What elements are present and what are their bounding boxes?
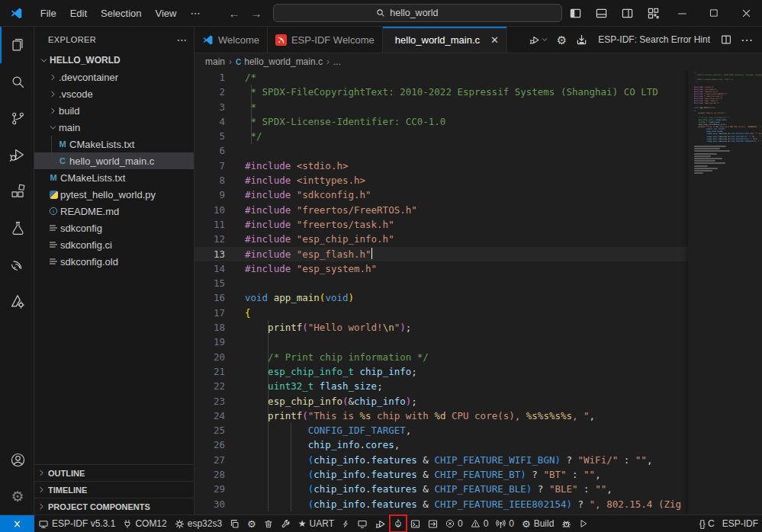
activity-source-control[interactable] [0, 100, 34, 136]
statusbar-flash-flame[interactable] [390, 515, 407, 532]
settings-gear-icon: ⚙ [11, 489, 24, 504]
statusbar-device-target[interactable]: esp32s3 [171, 515, 226, 532]
history-back-icon[interactable]: ← [229, 7, 240, 20]
statusbar-label: UART [310, 518, 334, 529]
tree-item-hello-world-main-c[interactable]: Chello_world_main.c [34, 152, 194, 169]
menu-file[interactable]: File [34, 8, 63, 19]
activity-search[interactable] [0, 63, 34, 100]
menu-selection[interactable]: Selection [94, 8, 148, 19]
minimap[interactable]: /* * SPDX-FileCopyrightText: 2010-2022 E… [688, 70, 762, 514]
statusbar-label: ESP-IDF v5.3.1 [52, 518, 115, 529]
line-number: 24 [195, 409, 225, 423]
wrench-icon [281, 519, 291, 529]
code-line-30: 30 (chip_info.features & CHIP_FEATURE_IE… [195, 497, 688, 511]
statusbar-language-mode[interactable]: {} C [696, 518, 719, 529]
install-button[interactable] [573, 34, 590, 46]
statusbar-esp-idf-version[interactable]: ESP-IDF v5.3.1 [34, 515, 119, 532]
esp-idf-search-error-hint-button[interactable]: ESP-IDF: Search Error Hint [593, 34, 715, 45]
activity-explorer[interactable] [0, 27, 34, 63]
remote-icon [12, 519, 22, 529]
search-input[interactable] [390, 8, 458, 18]
maximize-button[interactable] [698, 0, 730, 26]
statusbar-ports[interactable]: 0 [492, 515, 518, 532]
statusbar-run-task[interactable] [575, 515, 592, 532]
statusbar-esp-idf-status[interactable]: ESP-IDF [719, 518, 762, 529]
tree-item-sdkconfig-ci[interactable]: sdkconfig.ci [34, 236, 194, 253]
statusbar-label: 0 [458, 518, 463, 529]
activity-testing[interactable] [0, 210, 34, 246]
menu-more[interactable]: ⋯ [184, 8, 207, 19]
split-editor-button[interactable] [718, 34, 735, 45]
line-number: 3 [195, 100, 225, 114]
more-actions-button[interactable]: ⋯ [738, 33, 756, 47]
statusbar-debug-device[interactable] [371, 515, 390, 532]
tree-item-label: sdkconfig [60, 223, 102, 234]
statusbar-remote-indicator[interactable] [0, 515, 34, 532]
trash-icon [264, 519, 273, 529]
tree-item--devcontainer[interactable]: .devcontainer [34, 69, 194, 85]
activity-run-debug[interactable] [0, 136, 34, 173]
explorer-more-actions[interactable]: ⋯ [177, 34, 188, 46]
statusbar-full-clean[interactable] [260, 515, 277, 532]
tree-item-cmakelists-txt[interactable]: MCMakeLists.txt [34, 136, 194, 152]
activity-settings[interactable]: ⚙ [0, 478, 34, 514]
statusbar-tools[interactable] [277, 515, 294, 532]
tree-item-cmakelists-txt[interactable]: MCMakeLists.txt [34, 169, 194, 186]
activity-extensions[interactable] [0, 173, 34, 210]
line-number: 8 [195, 173, 225, 187]
search-icon [10, 74, 26, 90]
tree-item-pytest-hello-world-py[interactable]: pytest_hello_world.py [34, 186, 194, 203]
tab-esp-idf-welcome[interactable]: ESP-IDF Welcome [268, 27, 383, 53]
esp-idf-explorer-icon [9, 293, 26, 309]
activity-account[interactable] [0, 441, 34, 478]
statusbar-sdk-configuration[interactable]: ⚙ [243, 515, 260, 532]
statusbar-problems-warnings[interactable]: 0 [467, 515, 493, 532]
tab-close-icon[interactable]: ✕ [490, 34, 499, 46]
history-forward-icon[interactable]: → [251, 7, 262, 20]
statusbar-debug-task[interactable] [558, 515, 575, 532]
menu-view[interactable]: View [149, 8, 184, 19]
statusbar-problems-errors[interactable]: 0 [442, 515, 467, 532]
tab-welcome[interactable]: Welcome [195, 27, 268, 53]
statusbar-project-folder[interactable] [226, 515, 243, 532]
tree-item-readme-md[interactable]: README.md [34, 203, 194, 220]
breadcrumb-item[interactable]: ... [333, 56, 341, 67]
minimize-button[interactable] [666, 0, 698, 26]
activity-esp-idf-explorer[interactable] [0, 283, 34, 319]
section-timeline[interactable]: TIMELINE [34, 481, 194, 498]
close-button[interactable] [730, 0, 762, 26]
section-project-components[interactable]: PROJECT COMPONENTS [34, 498, 194, 514]
section-outline[interactable]: OUTLINE [34, 464, 194, 481]
tree-root-hello-world[interactable]: HELLO_WORLD [34, 52, 194, 69]
tree-item-main[interactable]: main [34, 119, 194, 136]
breadcrumb-item[interactable]: main [205, 56, 225, 67]
command-center[interactable] [273, 4, 563, 22]
statusbar-monitor-device[interactable] [353, 515, 371, 532]
tree-item--vscode[interactable]: .vscode [34, 85, 194, 102]
menu-edit[interactable]: Edit [63, 8, 94, 19]
chevron-right-icon [47, 107, 59, 114]
statusbar-serial-port[interactable]: COM12 [119, 515, 170, 532]
debug-run-icon [375, 519, 386, 529]
split-editor-layout-button[interactable] [616, 2, 638, 24]
statusbar-flash-method[interactable]: ★UART [294, 515, 338, 532]
line-number: 12 [195, 232, 225, 246]
statusbar-export[interactable] [424, 515, 442, 532]
gear-button[interactable]: ⚙ [554, 34, 570, 46]
statusbar-flash-bolt[interactable] [338, 515, 353, 532]
code-editor[interactable]: 1/*2 * SPDX-FileCopyrightText: 2010-2022… [195, 70, 762, 514]
tab-hello-world-main-c[interactable]: hello_world_main.c✕ [383, 27, 507, 53]
toggle-panel-button[interactable] [590, 2, 612, 24]
tree-item-build[interactable]: build [34, 102, 194, 119]
statusbar-build-task[interactable]: ⚙Build [518, 515, 558, 532]
toggle-sidebar-button[interactable] [564, 2, 586, 24]
config-list-icon [47, 223, 60, 232]
activity-bar: ⚙ [0, 27, 34, 514]
customize-layout-button[interactable] [642, 2, 664, 24]
breadcrumb-item[interactable]: Chello_world_main.c [236, 56, 323, 67]
statusbar-terminal[interactable] [407, 515, 424, 532]
run-dropdown-button[interactable] [526, 35, 551, 45]
tree-item-sdkconfig[interactable]: sdkconfig [34, 220, 194, 236]
activity-espressif[interactable] [0, 246, 34, 283]
tree-item-sdkconfig-old[interactable]: sdkconfig.old [34, 253, 194, 270]
